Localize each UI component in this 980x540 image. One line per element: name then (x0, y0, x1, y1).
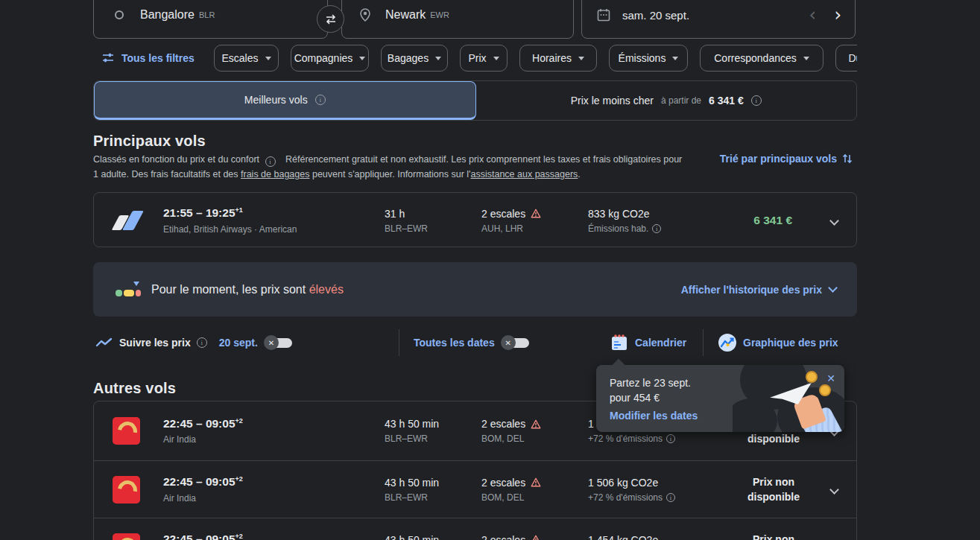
destination-pin-icon (360, 8, 370, 22)
air-india-logo-icon (113, 476, 140, 504)
air-india-logo-icon (113, 417, 140, 445)
price-history-button[interactable]: Afficher l'historique des prix (681, 284, 836, 296)
results-tabs: Meilleurs vols Prix le moins cher à part… (93, 80, 857, 121)
tab-cheapest-price: 6 341 € (709, 95, 744, 107)
info-icon[interactable] (197, 337, 207, 348)
other-flights-title: Autres vols (93, 380, 176, 397)
price-level-text: Pour le moment, les prix sont élevés (151, 283, 344, 296)
flight-co2-cell: 833 kg CO2e Émissions hab. (588, 208, 746, 234)
chevron-down-icon (435, 57, 441, 60)
flight-times-cell: 21:55 – 19:25+1 Etihad, British Airways … (163, 206, 385, 234)
info-icon[interactable] (315, 95, 326, 105)
chevron-down-icon (493, 57, 499, 60)
chip-compagnies[interactable]: Compagnies (291, 45, 369, 72)
modify-dates-link[interactable]: Modifier les dates (610, 410, 698, 422)
info-icon[interactable] (666, 434, 675, 443)
origin-icon (115, 10, 124, 19)
destination-code: EWR (430, 10, 449, 19)
filter-chips: Escales Compagnies Bagages Prix Horaires… (214, 45, 857, 72)
chip-duree[interactable]: Durée (835, 45, 857, 72)
swap-airports-button[interactable] (317, 5, 344, 33)
origin-field[interactable]: Bangalore BLR (93, 0, 328, 39)
warning-icon (531, 209, 541, 218)
filters-row: Tous les filtres Escales Compagnies Baga… (93, 45, 857, 72)
track-date-label: 20 sept. (219, 337, 258, 349)
sort-arrows-icon (841, 153, 853, 165)
track-prices-toggle-group: Suivre les prix 20 sept. ✕ (95, 328, 294, 358)
info-icon[interactable] (751, 95, 762, 106)
air-india-logo-icon (113, 533, 140, 540)
top-flights-description: Classés en fonction du prix et du confor… (93, 152, 701, 182)
flight-airlines: Etihad, British Airways · American (163, 224, 385, 235)
chevron-down-icon (672, 57, 678, 60)
track-prices-row: Suivre les prix 20 sept. ✕ Toutes les da… (93, 328, 857, 358)
track-date-toggle[interactable]: ✕ (264, 334, 294, 351)
chip-escales[interactable]: Escales (214, 45, 279, 72)
swap-icon (324, 14, 338, 25)
all-dates-toggle-group: Toutes les dates ✕ (414, 328, 531, 358)
warning-icon (531, 535, 541, 540)
close-icon[interactable]: ✕ (826, 372, 835, 384)
destination-city: Newark (385, 8, 426, 22)
sort-button[interactable]: Trié par principaux vols (720, 153, 853, 165)
price-graph-button[interactable]: Graphique des prix (718, 328, 838, 358)
origin-code: BLR (199, 10, 215, 19)
price-graph-label: Graphique des prix (743, 337, 838, 349)
all-dates-label: Toutes les dates (414, 337, 495, 349)
price-gauge-icon (116, 282, 141, 298)
flight-price: 6 341 € (746, 214, 812, 227)
chevron-down-icon (829, 216, 839, 226)
chevron-down-icon (578, 57, 584, 60)
sort-label: Trié par principaux vols (720, 153, 837, 165)
flight-row[interactable]: 22:45 – 09:05+2 Air India 43 h 50 min BL… (94, 518, 856, 540)
chip-prix[interactable]: Prix (460, 45, 508, 72)
flight-row[interactable]: 22:45 – 09:05+2 Air India 43 h 50 min BL… (94, 461, 856, 518)
chip-bagages[interactable]: Bagages (381, 45, 448, 72)
top-flights-title: Principaux vols (93, 133, 206, 150)
chevron-down-icon (828, 283, 838, 293)
date-value: sam. 20 sept. (622, 9, 689, 22)
info-icon[interactable] (666, 493, 675, 502)
price-trend-icon (95, 337, 113, 349)
flight-stops-cell: 2 escales AUH, LHR (481, 208, 588, 234)
calendar-view-label: Calendrier (635, 337, 686, 349)
date-suggestion-tooltip: Partez le 23 sept. pour 454 € Modifier l… (596, 365, 844, 432)
passenger-assistance-link[interactable]: assistance aux passagers (470, 169, 578, 180)
tooltip-line1: Partez le 23 sept. (610, 375, 844, 390)
destination-field[interactable]: Newark EWR (341, 0, 574, 39)
tab-cheapest[interactable]: Prix le moins cher à partir de 6 341 € (476, 81, 857, 120)
calendar-colored-icon (610, 333, 629, 352)
origin-city: Bangalore (140, 8, 195, 22)
all-dates-toggle[interactable]: ✕ (501, 334, 531, 351)
expand-flight-button[interactable] (812, 215, 856, 226)
chip-emissions[interactable]: Émissions (609, 45, 688, 72)
tab-best-flights[interactable]: Meilleurs vols (94, 81, 476, 120)
chevron-down-icon (265, 57, 271, 60)
flight-price-unavailable: Prix non disponible (746, 474, 812, 504)
main-flight-card[interactable]: 21:55 – 19:25+1 Etihad, British Airways … (93, 192, 857, 247)
tooltip-line2: pour 454 € (610, 390, 844, 405)
baggage-fees-link[interactable]: frais de bagages (241, 169, 309, 180)
price-insights-banner: Pour le moment, les prix sont élevés Aff… (93, 262, 857, 317)
chip-correspondances[interactable]: Correspondances (700, 45, 823, 72)
flight-price-unavailable: Prix non disponible (746, 532, 812, 540)
chip-horaires[interactable]: Horaires (519, 45, 597, 72)
chevron-down-icon (829, 485, 839, 495)
price-graph-icon (718, 333, 737, 352)
airlines-logo-icon (113, 209, 142, 232)
info-icon[interactable] (652, 224, 661, 233)
tab-cheapest-prefix: à partir de (661, 95, 701, 106)
date-prev-icon[interactable]: ‹ (809, 6, 816, 24)
calendar-view-button[interactable]: Calendrier (610, 328, 686, 358)
date-next-icon[interactable]: › (834, 6, 841, 24)
tab-best-label: Meilleurs vols (244, 94, 308, 106)
expand-flight-button[interactable] (812, 483, 856, 495)
flight-row[interactable]: 21:55 – 19:25+1 Etihad, British Airways … (94, 193, 856, 248)
info-icon[interactable] (265, 156, 276, 167)
calendar-icon (597, 8, 610, 22)
all-filters-button[interactable]: Tous les filtres (102, 45, 195, 72)
date-field[interactable]: sam. 20 sept. ‹ › (581, 0, 856, 39)
warning-icon (531, 419, 541, 429)
warning-icon (531, 477, 541, 487)
flight-duration-cell: 31 h BLR–EWR (385, 208, 481, 234)
